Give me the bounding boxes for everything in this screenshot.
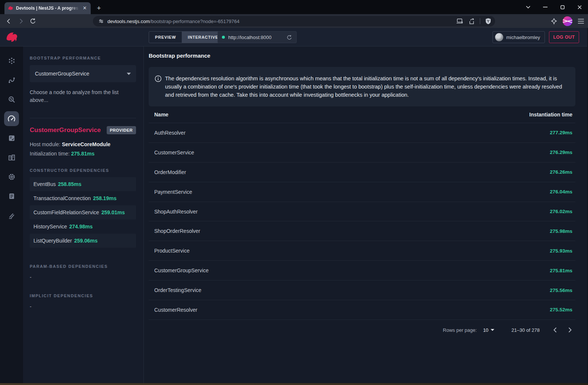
table-row: OrderTestingService275.56ms xyxy=(149,280,575,300)
list-item[interactable]: ListQueryBuilder259.06ms xyxy=(30,234,136,248)
sidebar-item-tools[interactable] xyxy=(4,208,19,223)
browser-window: Devtools | NestJS - A progressive ✕ + xyxy=(0,0,588,385)
table-row: AuthResolver277.29ms xyxy=(149,123,575,143)
next-page-icon[interactable] xyxy=(564,324,575,336)
menu-icon[interactable] xyxy=(578,19,584,24)
minimize-button[interactable] xyxy=(537,0,554,14)
table-row: ShopAuthResolver276.02ms xyxy=(149,202,575,222)
browser-toolbar: devtools.nestjs.com/bootstrap-performanc… xyxy=(0,14,588,28)
list-item[interactable]: HistoryService274.98ms xyxy=(30,219,136,234)
app-header: PREVIEW INTERACTIVE http://localhost:800… xyxy=(0,28,588,46)
list-item[interactable]: EventBus258.85ms xyxy=(30,177,136,191)
site-settings-icon[interactable] xyxy=(98,18,104,24)
main-content: Bootstrap performance The dependencies r… xyxy=(144,46,588,383)
page-title: Bootstrap performance xyxy=(149,52,575,59)
constructor-deps-title: CONSTRUCTOR DEPENDENCIES xyxy=(30,168,136,173)
info-icon xyxy=(155,75,162,99)
list-item[interactable]: CustomFieldRelationService259.01ms xyxy=(30,205,136,219)
browser-tab[interactable]: Devtools | NestJS - A progressive ✕ xyxy=(4,2,91,14)
table-row: CustomerResolver275.52ms xyxy=(149,300,575,320)
tab-search-chevron-icon[interactable] xyxy=(520,0,537,14)
rows-per-page-select[interactable]: 10 xyxy=(483,327,494,333)
back-icon[interactable] xyxy=(3,16,15,27)
mode-toggle: PREVIEW INTERACTIVE xyxy=(149,31,224,43)
close-tab-icon[interactable]: ✕ xyxy=(82,5,88,11)
send-to-device-icon[interactable] xyxy=(456,18,463,24)
sparkle-icon[interactable] xyxy=(550,18,558,25)
table-row: OrderModifier276.26ms xyxy=(149,163,575,182)
sidebar-item-audit[interactable] xyxy=(4,131,19,145)
user-avatar xyxy=(495,33,503,41)
username: michaelbromley xyxy=(506,35,540,40)
constructor-deps-list: EventBus258.85ms TransactionalConnection… xyxy=(30,177,136,248)
sidebar-item-insights[interactable] xyxy=(4,92,19,107)
info-text: The dependencies resolution algorithm is… xyxy=(165,74,566,99)
desktop-edge xyxy=(0,383,588,385)
nestjs-favicon-icon xyxy=(7,5,13,11)
sidebar-item-graph[interactable] xyxy=(4,53,19,68)
column-name: Name xyxy=(154,112,168,118)
node-select[interactable]: CustomerGroupService xyxy=(30,65,136,82)
logout-button[interactable]: LOG OUT xyxy=(549,31,579,43)
host-module-row: Host module: ServiceCoreModule xyxy=(30,141,136,147)
brave-shield-icon[interactable] xyxy=(485,18,491,25)
url-path: /bootstrap-performance?node=-65179764 xyxy=(150,19,239,24)
pagination-range: 21–30 of 278 xyxy=(511,327,540,333)
user-pill[interactable]: michaelbromley xyxy=(492,31,545,43)
provider-badge: PROVIDER xyxy=(107,126,136,134)
sidebar-item-modules[interactable] xyxy=(4,150,19,165)
icon-rail xyxy=(0,46,23,383)
divider xyxy=(480,18,480,24)
implicit-deps-value: - xyxy=(30,304,136,309)
chevron-down-icon xyxy=(127,73,131,75)
param-deps-value: - xyxy=(30,274,136,280)
target-url: http://localhost:8000 xyxy=(228,35,283,40)
init-time-value: 275.81ms xyxy=(71,151,94,157)
node-select-value: CustomerGroupService xyxy=(35,71,89,77)
tab-title: Devtools | NestJS - A progressive xyxy=(16,6,79,11)
info-banner: The dependencies resolution algorithm is… xyxy=(149,67,575,106)
forward-icon[interactable] xyxy=(15,16,27,27)
table-header: Name Instantiation time xyxy=(149,106,575,123)
divider xyxy=(30,118,136,118)
list-item[interactable]: TransactionalConnection258.19ms xyxy=(30,191,136,205)
target-url-box[interactable]: http://localhost:8000 xyxy=(217,31,297,43)
param-deps-title: PARAM-BASED DEPENDENCIES xyxy=(30,264,136,269)
column-instantiation-time: Instantiation time xyxy=(529,112,572,118)
bootstrap-panel: BOOTSTRAP PERFORMANCE CustomerGroupServi… xyxy=(23,46,144,383)
url-host: devtools.nestjs.com xyxy=(107,19,150,24)
rows-per-page-label: Rows per page: xyxy=(443,327,477,333)
selected-node-name: CustomerGroupService xyxy=(30,126,101,134)
close-window-button[interactable] xyxy=(571,0,588,14)
share-icon[interactable] xyxy=(468,18,475,25)
browser-profile-avatar[interactable] xyxy=(563,16,572,26)
table-row: ProductService275.93ms xyxy=(149,241,575,261)
sidebar-item-routes[interactable] xyxy=(4,73,19,87)
status-dot xyxy=(222,36,225,39)
previous-page-icon[interactable] xyxy=(549,324,560,336)
node-select-hint: Choose a node to analyze from the list a… xyxy=(30,89,123,104)
new-tab-button[interactable]: + xyxy=(94,4,103,13)
preview-button[interactable]: PREVIEW xyxy=(149,32,182,43)
table-row: PaymentService276.04ms xyxy=(149,182,575,202)
refresh-icon[interactable] xyxy=(287,35,292,40)
nestjs-logo-icon[interactable] xyxy=(0,28,23,46)
maximize-button[interactable] xyxy=(554,0,571,14)
panel-section-title: BOOTSTRAP PERFORMANCE xyxy=(30,56,136,60)
reload-icon[interactable] xyxy=(27,16,39,27)
table-row: CustomerService276.29ms xyxy=(149,143,575,163)
implicit-deps-title: IMPLICIT DEPENDENCIES xyxy=(30,293,136,298)
sidebar-item-docs[interactable] xyxy=(4,189,19,203)
url-bar[interactable]: devtools.nestjs.com/bootstrap-performanc… xyxy=(93,16,495,26)
table-row: ShopOrderResolver275.98ms xyxy=(149,221,575,241)
sidebar-item-settings[interactable] xyxy=(4,169,19,184)
browser-tab-bar: Devtools | NestJS - A progressive ✕ + xyxy=(0,0,588,14)
host-module-value: ServiceCoreModule xyxy=(62,141,110,147)
table-row: CustomerGroupService275.81ms xyxy=(149,261,575,280)
chevron-down-icon xyxy=(491,329,494,331)
pagination: Rows per page: 10 21–30 of 278 xyxy=(149,320,575,340)
init-time-row: Initialization time: 275.81ms xyxy=(30,151,136,157)
sidebar-item-bootstrap-performance[interactable] xyxy=(4,111,19,126)
